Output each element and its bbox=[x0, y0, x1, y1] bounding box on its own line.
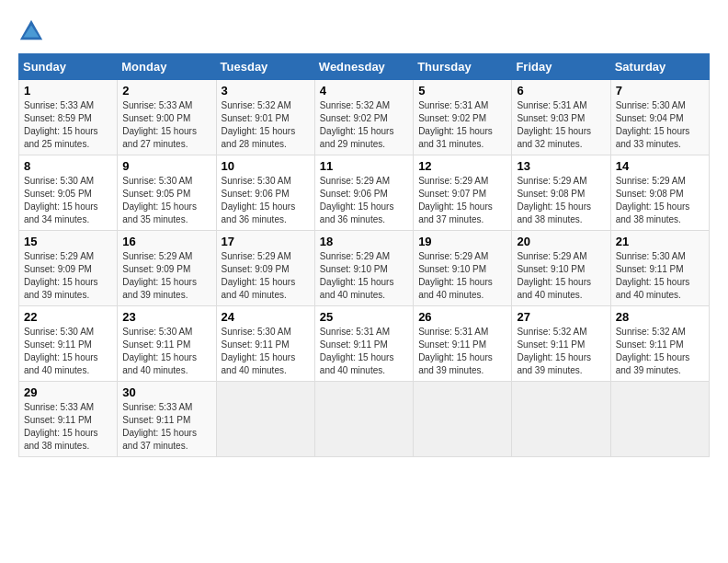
day-number: 20 bbox=[517, 235, 605, 248]
calendar-cell-w1d2: 10Sunrise: 5:30 AMSunset: 9:06 PMDayligh… bbox=[216, 155, 314, 231]
day-number: 17 bbox=[222, 235, 310, 248]
day-number: 9 bbox=[122, 159, 210, 173]
week-row-1: 1Sunrise: 5:33 AMSunset: 8:59 PMDaylight… bbox=[19, 80, 710, 155]
day-number: 21 bbox=[616, 235, 704, 248]
day-number: 8 bbox=[24, 159, 112, 173]
day-number: 18 bbox=[320, 235, 408, 248]
calendar-cell-w4d0: 29Sunrise: 5:33 AMSunset: 9:11 PMDayligh… bbox=[19, 382, 118, 457]
calendar-cell-w2d5: 20Sunrise: 5:29 AMSunset: 9:10 PMDayligh… bbox=[512, 231, 610, 306]
day-number: 23 bbox=[122, 310, 210, 324]
calendar-cell-w3d5: 27Sunrise: 5:32 AMSunset: 9:11 PMDayligh… bbox=[512, 306, 610, 382]
cell-sunrise-sunset-info: Sunrise: 5:29 AMSunset: 9:07 PMDaylight:… bbox=[418, 176, 493, 224]
cell-sunrise-sunset-info: Sunrise: 5:29 AMSunset: 9:09 PMDaylight:… bbox=[122, 251, 197, 300]
day-number: 2 bbox=[122, 84, 210, 98]
calendar-cell-w4d6 bbox=[610, 382, 709, 457]
day-number: 24 bbox=[222, 310, 310, 324]
logo bbox=[18, 18, 48, 44]
day-number: 14 bbox=[616, 159, 704, 173]
calendar-cell-w1d0: 8Sunrise: 5:30 AMSunset: 9:05 PMDaylight… bbox=[19, 155, 118, 231]
week-row-4: 22Sunrise: 5:30 AMSunset: 9:11 PMDayligh… bbox=[19, 306, 710, 382]
cell-sunrise-sunset-info: Sunrise: 5:33 AMSunset: 9:00 PMDaylight:… bbox=[122, 100, 197, 149]
cell-sunrise-sunset-info: Sunrise: 5:30 AMSunset: 9:06 PMDaylight:… bbox=[222, 176, 296, 224]
cell-sunrise-sunset-info: Sunrise: 5:31 AMSunset: 9:03 PMDaylight:… bbox=[517, 100, 591, 149]
cell-sunrise-sunset-info: Sunrise: 5:32 AMSunset: 9:01 PMDaylight:… bbox=[222, 100, 296, 149]
calendar-cell-w0d0: 1Sunrise: 5:33 AMSunset: 8:59 PMDaylight… bbox=[19, 80, 118, 155]
day-number: 27 bbox=[517, 310, 605, 324]
calendar-cell-w0d1: 2Sunrise: 5:33 AMSunset: 9:00 PMDaylight… bbox=[118, 80, 216, 155]
week-row-5: 29Sunrise: 5:33 AMSunset: 9:11 PMDayligh… bbox=[19, 382, 710, 457]
cell-sunrise-sunset-info: Sunrise: 5:29 AMSunset: 9:09 PMDaylight:… bbox=[222, 251, 296, 300]
cell-sunrise-sunset-info: Sunrise: 5:29 AMSunset: 9:09 PMDaylight:… bbox=[24, 251, 98, 300]
weekday-header-thursday: Thursday bbox=[414, 54, 512, 80]
cell-sunrise-sunset-info: Sunrise: 5:29 AMSunset: 9:08 PMDaylight:… bbox=[517, 176, 591, 224]
calendar-cell-w4d5 bbox=[512, 382, 610, 457]
cell-sunrise-sunset-info: Sunrise: 5:30 AMSunset: 9:11 PMDaylight:… bbox=[24, 327, 98, 375]
generalblue-logo-icon bbox=[18, 18, 44, 44]
week-row-3: 15Sunrise: 5:29 AMSunset: 9:09 PMDayligh… bbox=[19, 231, 710, 306]
cell-sunrise-sunset-info: Sunrise: 5:31 AMSunset: 9:11 PMDaylight:… bbox=[418, 327, 493, 375]
calendar-cell-w2d3: 18Sunrise: 5:29 AMSunset: 9:10 PMDayligh… bbox=[314, 231, 413, 306]
calendar-cell-w4d1: 30Sunrise: 5:33 AMSunset: 9:11 PMDayligh… bbox=[118, 382, 216, 457]
cell-sunrise-sunset-info: Sunrise: 5:29 AMSunset: 9:10 PMDaylight:… bbox=[320, 251, 394, 300]
calendar-cell-w3d0: 22Sunrise: 5:30 AMSunset: 9:11 PMDayligh… bbox=[19, 306, 118, 382]
calendar-cell-w1d3: 11Sunrise: 5:29 AMSunset: 9:06 PMDayligh… bbox=[314, 155, 413, 231]
day-number: 30 bbox=[122, 385, 210, 399]
day-number: 13 bbox=[517, 159, 605, 173]
cell-sunrise-sunset-info: Sunrise: 5:29 AMSunset: 9:10 PMDaylight:… bbox=[517, 251, 591, 300]
day-number: 28 bbox=[616, 310, 704, 324]
calendar-cell-w4d2 bbox=[216, 382, 314, 457]
calendar-cell-w2d1: 16Sunrise: 5:29 AMSunset: 9:09 PMDayligh… bbox=[118, 231, 216, 306]
calendar-cell-w2d4: 19Sunrise: 5:29 AMSunset: 9:10 PMDayligh… bbox=[414, 231, 512, 306]
day-number: 10 bbox=[222, 159, 310, 173]
calendar-cell-w2d6: 21Sunrise: 5:30 AMSunset: 9:11 PMDayligh… bbox=[610, 231, 709, 306]
day-number: 5 bbox=[418, 84, 506, 98]
calendar-cell-w3d1: 23Sunrise: 5:30 AMSunset: 9:11 PMDayligh… bbox=[118, 306, 216, 382]
cell-sunrise-sunset-info: Sunrise: 5:30 AMSunset: 9:05 PMDaylight:… bbox=[24, 176, 98, 224]
calendar-cell-w0d6: 7Sunrise: 5:30 AMSunset: 9:04 PMDaylight… bbox=[610, 80, 709, 155]
cell-sunrise-sunset-info: Sunrise: 5:33 AMSunset: 9:11 PMDaylight:… bbox=[122, 402, 197, 451]
day-number: 29 bbox=[24, 385, 112, 399]
weekday-header-wednesday: Wednesday bbox=[314, 54, 413, 80]
cell-sunrise-sunset-info: Sunrise: 5:31 AMSunset: 9:11 PMDaylight:… bbox=[320, 327, 394, 375]
calendar-cell-w3d3: 25Sunrise: 5:31 AMSunset: 9:11 PMDayligh… bbox=[314, 306, 413, 382]
day-number: 7 bbox=[616, 84, 704, 98]
week-row-2: 8Sunrise: 5:30 AMSunset: 9:05 PMDaylight… bbox=[19, 155, 710, 231]
cell-sunrise-sunset-info: Sunrise: 5:32 AMSunset: 9:11 PMDaylight:… bbox=[616, 327, 690, 375]
weekday-header-monday: Monday bbox=[118, 54, 216, 80]
cell-sunrise-sunset-info: Sunrise: 5:29 AMSunset: 9:08 PMDaylight:… bbox=[616, 176, 690, 224]
calendar-cell-w2d0: 15Sunrise: 5:29 AMSunset: 9:09 PMDayligh… bbox=[19, 231, 118, 306]
calendar-cell-w0d3: 4Sunrise: 5:32 AMSunset: 9:02 PMDaylight… bbox=[314, 80, 413, 155]
cell-sunrise-sunset-info: Sunrise: 5:33 AMSunset: 8:59 PMDaylight:… bbox=[24, 100, 98, 149]
weekday-header-friday: Friday bbox=[512, 54, 610, 80]
calendar-cell-w3d6: 28Sunrise: 5:32 AMSunset: 9:11 PMDayligh… bbox=[610, 306, 709, 382]
day-number: 11 bbox=[320, 159, 408, 173]
weekday-header-tuesday: Tuesday bbox=[216, 54, 314, 80]
day-number: 3 bbox=[222, 84, 310, 98]
weekday-header-saturday: Saturday bbox=[610, 54, 709, 80]
page-header bbox=[18, 18, 710, 44]
calendar-cell-w0d2: 3Sunrise: 5:32 AMSunset: 9:01 PMDaylight… bbox=[216, 80, 314, 155]
day-number: 12 bbox=[418, 159, 506, 173]
cell-sunrise-sunset-info: Sunrise: 5:29 AMSunset: 9:06 PMDaylight:… bbox=[320, 176, 394, 224]
day-number: 25 bbox=[320, 310, 408, 324]
cell-sunrise-sunset-info: Sunrise: 5:29 AMSunset: 9:10 PMDaylight:… bbox=[418, 251, 493, 300]
day-number: 1 bbox=[24, 84, 112, 98]
day-number: 6 bbox=[517, 84, 605, 98]
cell-sunrise-sunset-info: Sunrise: 5:30 AMSunset: 9:11 PMDaylight:… bbox=[222, 327, 296, 375]
day-number: 26 bbox=[418, 310, 506, 324]
weekday-header-row: SundayMondayTuesdayWednesdayThursdayFrid… bbox=[19, 54, 710, 80]
cell-sunrise-sunset-info: Sunrise: 5:30 AMSunset: 9:05 PMDaylight:… bbox=[122, 176, 197, 224]
calendar-cell-w4d4 bbox=[414, 382, 512, 457]
day-number: 4 bbox=[320, 84, 408, 98]
calendar-cell-w1d5: 13Sunrise: 5:29 AMSunset: 9:08 PMDayligh… bbox=[512, 155, 610, 231]
calendar-cell-w1d4: 12Sunrise: 5:29 AMSunset: 9:07 PMDayligh… bbox=[414, 155, 512, 231]
day-number: 16 bbox=[122, 235, 210, 248]
calendar-cell-w1d6: 14Sunrise: 5:29 AMSunset: 9:08 PMDayligh… bbox=[610, 155, 709, 231]
cell-sunrise-sunset-info: Sunrise: 5:30 AMSunset: 9:11 PMDaylight:… bbox=[616, 251, 690, 300]
calendar-cell-w3d2: 24Sunrise: 5:30 AMSunset: 9:11 PMDayligh… bbox=[216, 306, 314, 382]
cell-sunrise-sunset-info: Sunrise: 5:33 AMSunset: 9:11 PMDaylight:… bbox=[24, 402, 98, 451]
calendar-cell-w3d4: 26Sunrise: 5:31 AMSunset: 9:11 PMDayligh… bbox=[414, 306, 512, 382]
cell-sunrise-sunset-info: Sunrise: 5:32 AMSunset: 9:11 PMDaylight:… bbox=[517, 327, 591, 375]
cell-sunrise-sunset-info: Sunrise: 5:32 AMSunset: 9:02 PMDaylight:… bbox=[320, 100, 394, 149]
cell-sunrise-sunset-info: Sunrise: 5:31 AMSunset: 9:02 PMDaylight:… bbox=[418, 100, 493, 149]
